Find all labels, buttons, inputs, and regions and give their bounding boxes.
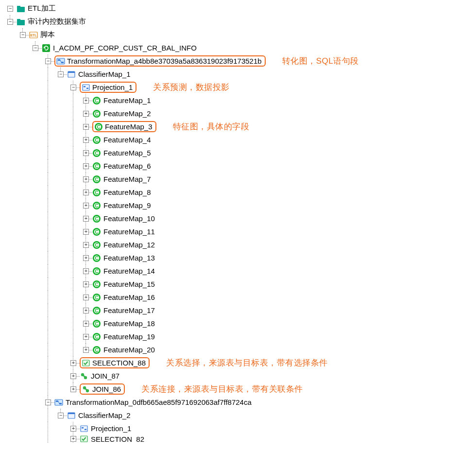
tree-label: SELECTION_82 — [90, 435, 145, 443]
highlighted-node: FeatureMap_3 — [92, 121, 156, 132]
annotation-text: 关系预测，数据投影 — [153, 82, 230, 93]
feature-icon — [92, 280, 101, 289]
expand-toggle[interactable]: + — [70, 386, 76, 392]
selection-icon — [80, 435, 88, 443]
collapse-toggle[interactable]: − — [45, 400, 51, 405]
tree-node-feature[interactable]: +FeatureMap_9 — [4, 199, 472, 212]
tree-node-classifier-map-2[interactable]: − ClassifierMap_2 — [4, 409, 472, 422]
tree-node-feature[interactable]: +FeatureMap_14 — [4, 264, 472, 278]
feature-icon — [92, 96, 101, 105]
expand-toggle[interactable]: + — [83, 347, 89, 353]
feature-icon — [92, 201, 101, 210]
tree-node-projection-2[interactable]: + Projection_1 — [4, 422, 472, 435]
tree-node-feature[interactable]: +FeatureMap_6 — [4, 159, 472, 173]
tree-label: FeatureMap_18 — [102, 319, 156, 328]
collapse-toggle[interactable]: − — [58, 413, 64, 418]
map-icon — [54, 398, 63, 407]
tree-node-classifier-map-1[interactable]: − ClassifierMap_1 — [4, 68, 472, 81]
tree-label: FeatureMap_1 — [102, 96, 152, 104]
tree-node-projection-1[interactable]: − Projection_1 关系预测，数据投影 — [4, 81, 472, 94]
tree-node-feature[interactable]: +FeatureMap_5 — [4, 146, 472, 159]
tree-node-feature[interactable]: +FeatureMap_13 — [4, 251, 472, 264]
feature-icon — [92, 267, 101, 276]
tree-label: FeatureMap_4 — [102, 136, 152, 144]
annotation-text: 特征图，具体的字段 — [173, 121, 250, 132]
tree-node-transformation-map-2[interactable]: − TransformationMap_0dfb665ae85f97169206… — [4, 396, 472, 409]
expand-toggle[interactable]: + — [83, 281, 89, 287]
etl-icon — [29, 31, 38, 39]
tree-node-proc[interactable]: − I_ACDM_PF_CORP_CUST_CR_BAL_INFO — [4, 41, 472, 54]
tree-node-join-86[interactable]: + JOIN_86 关系连接，来源表与目标表，带有关联条件 — [4, 382, 472, 396]
expand-toggle[interactable]: + — [70, 373, 76, 379]
tree-node-root[interactable]: − ETL加工 — [4, 2, 472, 15]
expand-toggle[interactable]: + — [83, 176, 89, 182]
expand-toggle[interactable]: + — [70, 360, 76, 366]
collapse-toggle[interactable]: − — [7, 19, 13, 25]
expand-toggle[interactable]: + — [83, 137, 89, 143]
annotation-text: 关系选择，来源表与目标表，带有选择条件 — [166, 357, 328, 368]
expand-toggle[interactable]: + — [83, 98, 89, 104]
tree-node-feature[interactable]: +FeatureMap_3特征图，具体的字段 — [4, 120, 472, 133]
tree-node-feature[interactable]: +FeatureMap_7 — [4, 173, 472, 186]
tree-node-feature[interactable]: +FeatureMap_15 — [4, 278, 472, 291]
tree-node-feature[interactable]: +FeatureMap_17 — [4, 304, 472, 317]
tree-label: FeatureMap_17 — [102, 306, 156, 314]
tree-node-script[interactable]: − 脚本 — [4, 28, 472, 41]
tree-node-selection-88[interactable]: + SELECTION_88 关系选择，来源表与目标表，带有选择条件 — [4, 356, 472, 369]
tree-node-feature[interactable]: +FeatureMap_12 — [4, 238, 472, 251]
tree-node-feature[interactable]: +FeatureMap_19 — [4, 330, 472, 343]
annotation-text: 关系连接，来源表与目标表，带有关联条件 — [141, 383, 303, 395]
tree-node-feature[interactable]: +FeatureMap_2 — [4, 107, 472, 120]
expand-toggle[interactable]: + — [83, 255, 89, 261]
tree-label: FeatureMap_14 — [102, 267, 156, 275]
tree-node-feature[interactable]: +FeatureMap_18 — [4, 317, 472, 330]
expand-toggle[interactable]: + — [83, 203, 89, 209]
collapse-toggle[interactable]: − — [58, 71, 64, 77]
expand-toggle[interactable]: + — [83, 150, 89, 156]
expand-toggle[interactable]: + — [83, 321, 89, 327]
tree-node-transformation-map-1[interactable]: − TransformationMap_a4bb8e37039a5a836319… — [4, 54, 472, 68]
folder-icon — [17, 4, 25, 13]
tree-label: FeatureMap_12 — [102, 241, 156, 249]
collapse-toggle[interactable]: − — [45, 58, 51, 64]
expand-toggle[interactable]: + — [83, 334, 89, 340]
map-icon — [56, 57, 65, 66]
collapse-toggle[interactable]: − — [7, 6, 13, 12]
tree-node-feature[interactable]: +FeatureMap_8 — [4, 186, 472, 199]
tree-node-feature[interactable]: +FeatureMap_1 — [4, 94, 472, 107]
tree-node-join-87[interactable]: + JOIN_87 — [4, 369, 472, 382]
collapse-toggle[interactable]: − — [70, 85, 76, 90]
expand-toggle[interactable]: + — [70, 426, 76, 432]
expand-toggle[interactable]: + — [83, 308, 89, 313]
feature-icon — [92, 149, 101, 157]
tree-label: FeatureMap_20 — [102, 346, 156, 354]
tree-node-feature[interactable]: +FeatureMap_11 — [4, 225, 472, 238]
tree-node-selection-82[interactable]: + SELECTION_82 — [4, 435, 472, 443]
highlighted-node: Projection_1 — [80, 82, 136, 93]
expand-toggle[interactable]: + — [83, 111, 89, 117]
expand-toggle[interactable]: + — [83, 295, 89, 300]
tree-node-feature[interactable]: +FeatureMap_16 — [4, 291, 472, 304]
annotation-text: 转化图，SQL语句段 — [282, 55, 359, 67]
expand-toggle[interactable]: + — [83, 163, 89, 169]
tree-node-mart[interactable]: − 审计内控数据集市 — [4, 15, 472, 28]
expand-toggle[interactable]: + — [83, 268, 89, 274]
expand-toggle[interactable]: + — [70, 436, 76, 442]
expand-toggle[interactable]: + — [83, 190, 89, 195]
tree-label: TransformationMap_a4bb8e37039a5a83631902… — [66, 57, 263, 65]
folder-icon — [17, 17, 25, 26]
tree-label: 审计内控数据集市 — [27, 17, 87, 26]
expand-toggle[interactable]: + — [83, 242, 89, 248]
tree-node-feature[interactable]: +FeatureMap_20 — [4, 343, 472, 356]
tree-node-feature[interactable]: +FeatureMap_4 — [4, 133, 472, 146]
expand-toggle[interactable]: + — [83, 229, 89, 235]
tree-node-feature[interactable]: +FeatureMap_10 — [4, 212, 472, 225]
expand-toggle[interactable]: + — [83, 216, 89, 222]
projection-icon — [82, 83, 90, 92]
tree-label: FeatureMap_11 — [102, 227, 156, 236]
tree-label: FeatureMap_3 — [104, 122, 153, 131]
collapse-toggle[interactable]: − — [20, 32, 26, 38]
collapse-toggle[interactable]: − — [33, 45, 38, 51]
highlighted-node: SELECTION_88 — [80, 357, 150, 368]
expand-toggle[interactable]: + — [83, 124, 89, 130]
